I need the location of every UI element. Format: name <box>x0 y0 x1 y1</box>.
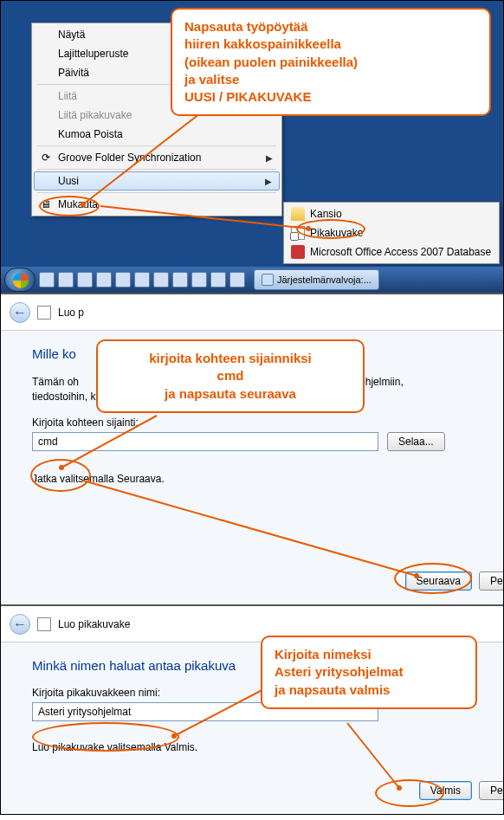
callout-text: ja valitse <box>184 71 477 88</box>
callout-3: Kirjoita nimeksi Asteri yritysohjelmat j… <box>261 636 477 709</box>
callout-text: hiiren kakkospainikkeella <box>184 36 477 53</box>
annotation-ring <box>394 563 472 594</box>
cancel-button[interactable]: Peruu <box>479 781 503 800</box>
submenu-access-label: Microsoft Office Access 2007 Database <box>310 246 491 258</box>
separator <box>37 145 276 146</box>
callout-text: ja napsauta seuraava <box>110 385 351 403</box>
taskbar-quick-icon[interactable] <box>115 272 131 287</box>
cancel-button[interactable]: Peruu <box>479 571 503 591</box>
annotation-ring <box>32 722 179 752</box>
access-icon <box>291 245 305 259</box>
ctx-sort-label: Lajitteluperuste <box>58 48 128 60</box>
taskbar-quick-icon[interactable] <box>153 272 169 287</box>
annotation-ring <box>39 196 100 216</box>
annotation-ring <box>30 459 91 492</box>
ctx-new-label: Uusi <box>58 175 79 187</box>
submenu-folder-label: Kansio <box>310 208 342 220</box>
ctx-paste-label: Liitä <box>58 90 77 102</box>
wizard-step-1: ← Luo p Mille ko Tämän oh oleviin ohjelm… <box>1 293 503 604</box>
ctx-view-label: Näytä <box>58 29 85 41</box>
dialog-title: Luo pikakuvake <box>58 618 130 630</box>
taskbar-quick-icon[interactable] <box>96 272 112 287</box>
callout-2: kirjoita kohteen sijainniksi cmd ja naps… <box>96 339 365 413</box>
shortcut-icon <box>37 306 51 320</box>
browse-button[interactable]: Selaa... <box>387 432 445 451</box>
desktop-area: Näytä ▶ Lajitteluperuste ▶ Päivitä Liitä… <box>1 1 503 267</box>
chevron-right-icon: ▶ <box>265 177 272 186</box>
callout-text: Napsauta työpöytää <box>184 18 477 36</box>
dialog-header: ← Luo p <box>1 294 503 331</box>
separator <box>37 192 276 193</box>
location-input[interactable] <box>32 432 378 451</box>
ctx-groove-label: Groove Folder Synchronization <box>58 152 201 164</box>
taskbar-quick-icon[interactable] <box>191 272 207 287</box>
taskbar-task[interactable]: Järjestelmänvalvoja:... <box>254 269 379 290</box>
ctx-undo[interactable]: Kumoa Poista <box>34 125 280 144</box>
taskbar: Järjestelmänvalvoja:... <box>1 267 503 293</box>
dialog-title: Luo p <box>58 307 84 319</box>
back-button[interactable]: ← <box>10 302 30 323</box>
ctx-undo-label: Kumoa Poista <box>58 128 123 140</box>
ctx-new[interactable]: Uusi ▶ <box>34 171 280 190</box>
cmd-icon <box>262 274 274 286</box>
callout-1: Napsauta työpöytää hiiren kakkospainikke… <box>171 8 491 116</box>
continue-text: Jatka valitsemalla Seuraava. <box>32 472 472 487</box>
taskbar-quick-icon[interactable] <box>77 272 93 287</box>
callout-text: UUSI / PIKAKUVAKE <box>184 88 477 106</box>
annotation-ring <box>296 219 365 239</box>
ctx-refresh-label: Päivitä <box>58 67 89 79</box>
groove-icon: ⟳ <box>39 151 53 165</box>
taskbar-quick-icon[interactable] <box>134 272 150 287</box>
taskbar-quick-icon[interactable] <box>210 272 226 287</box>
callout-text: Asteri yritysohjelmat <box>275 663 463 681</box>
taskbar-quick-icon[interactable] <box>39 272 55 287</box>
taskbar-quick-icon[interactable] <box>229 272 245 287</box>
shortcut-icon <box>37 617 51 631</box>
ctx-groove[interactable]: ⟳ Groove Folder Synchronization ▶ <box>34 148 280 167</box>
separator <box>37 169 276 170</box>
submenu-access[interactable]: Microsoft Office Access 2007 Database <box>286 242 497 261</box>
back-button[interactable]: ← <box>10 614 30 635</box>
callout-text: (oikean puolen painikkeella) <box>184 54 477 71</box>
callout-text: cmd <box>110 367 351 384</box>
chevron-right-icon: ▶ <box>266 153 273 163</box>
callout-text: kirjoita kohteen sijainniksi <box>110 350 351 367</box>
taskbar-quick-icon[interactable] <box>172 272 188 287</box>
location-label: Kirjoita kohteen sijainti: <box>32 416 472 429</box>
callout-text: ja napsauta valmis <box>275 681 463 699</box>
callout-text: Kirjoita nimeksi <box>275 646 463 663</box>
folder-icon <box>291 207 305 221</box>
start-button[interactable] <box>4 268 36 292</box>
taskbar-quick-icon[interactable] <box>58 272 74 287</box>
taskbar-task-label: Järjestelmänvalvoja:... <box>277 274 372 285</box>
wizard-step-2: ← Luo pikakuvake Minkä nimen haluat anta… <box>1 604 503 814</box>
annotation-ring <box>375 779 444 807</box>
ctx-paste-shortcut-label: Liitä pikakuvake <box>58 109 132 121</box>
